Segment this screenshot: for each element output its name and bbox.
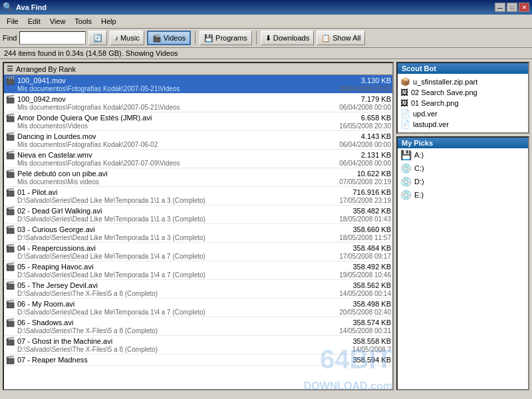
file-item[interactable]: 🎬06 - My Room.avi358.498 KBD:\Salvado\Se… [4,299,392,317]
file-item[interactable]: 🎬Dancing in Lourdes.mov4.143 KBMis docum… [4,131,392,150]
file-size: 358.498 KB [338,300,391,308]
file-name: 100_0942.mov [17,95,336,103]
scout-file-name: u_sfinstaller.zip.part [413,78,477,86]
my-picks-panel: My Picks 💾A:)💿C:)💿D:)💿E:) [396,136,529,390]
file-date: 06/04/2008 00:00 [327,141,391,148]
minimize-button[interactable]: — [495,3,505,12]
file-list-panel: ☰ Arranged By Rank 🎬100_0941.mov3.130 KB… [3,62,394,390]
file-path: Mis documentos\Fotografías Kodak\2007-06… [5,141,158,148]
drive-icon: 💿 [400,190,412,200]
file-item[interactable]: 🎬Nieva en Castelar.wmv2.131 KBMis docume… [4,150,392,168]
file-path: D:\Salvado\Series\Dead Like Me\Temporada… [5,215,205,223]
file-size: 4.143 KB [338,132,391,140]
scout-item[interactable]: 📄upd.ver [400,108,525,119]
file-type-icon: 🎬 [5,169,15,178]
status-text: 244 items found in 0.34s (14,58 GB). Sho… [4,49,178,57]
file-item[interactable]: 🎬01 - Pilot.avi716.916 KBD:\Salvado\Seri… [4,187,392,205]
file-item[interactable]: 🎬05 - The Jersey Devil.avi358.562 KBD:\S… [4,280,392,299]
menu-file[interactable]: File [3,16,23,27]
programs-button[interactable]: 💾 Programs [200,31,252,45]
menu-help[interactable]: Help [97,16,120,27]
app-icon: 🔍 [3,2,13,13]
file-item[interactable]: 🎬07 - Reaper Madness358.594 KB [4,354,392,366]
scout-item[interactable]: 📦u_sfinstaller.zip.part [400,76,525,87]
file-date: 20/05/2008 02:40 [327,309,391,316]
file-item[interactable]: 🎬07 - Ghost in the Machine.avi358.558 KB… [4,336,392,354]
file-name: 03 - Curious George.avi [17,225,336,233]
file-item[interactable]: 🎬05 - Reaping Havoc.avi358.492 KBD:\Salv… [4,261,392,280]
refresh-button[interactable]: 🔄 [88,31,107,45]
downloads-label: Downloads [273,34,309,42]
scout-file-name: 02 Search Save.png [411,88,477,96]
file-path: D:\Salvado\Series\Dead Like Me\Temporada… [5,253,205,260]
file-path: Mis documentos\Mis videos [5,178,99,186]
file-date: 17/05/2008 09:17 [327,253,391,260]
videos-label: Videos [164,34,186,42]
scout-file-name: lastupd.ver [413,120,449,128]
sort-icon: ☰ [7,65,13,73]
file-item[interactable]: 🎬03 - Curious George.avi358.660 KBD:\Sal… [4,224,392,243]
file-path: D:\Salvado\Series\Dead Like Me\Temporada… [5,234,205,241]
drive-item[interactable]: 💿D:) [398,175,528,188]
refresh-icon: 🔄 [93,34,102,43]
scout-file-icon: 📄 [400,120,410,129]
drive-item[interactable]: 💿C:) [398,162,528,175]
file-type-icon: 🎬 [5,188,15,197]
showall-button[interactable]: 📋 Show All [317,31,365,45]
file-path: D:\Salvado\Series\Dead Like Me\Temporada… [5,197,205,204]
videos-button[interactable]: 🎬 Videos [147,31,191,45]
programs-label: Programs [215,34,247,42]
title-bar: 🔍 Ava Find — □ ✕ [0,0,532,15]
my-picks-title: My Picks [398,138,528,148]
file-item[interactable]: 🎬04 - Reapercussions.avi358.484 KBD:\Sal… [4,243,392,261]
file-path: D:\Salvado\Series\The X-Files\5 a 8 (Com… [5,327,158,334]
window-title: Ava Find [16,3,492,11]
file-item[interactable]: 🎬Pelé debutó con un pibe.avi10.622 KBMis… [4,168,392,187]
scout-bot-title: Scout Bot [398,63,528,74]
toolbar-divider-2 [256,31,257,45]
close-button[interactable]: ✕ [519,3,529,12]
maximize-button[interactable]: □ [507,3,517,12]
file-path: Mis documentos\Fotografías Kodak\2007-07… [5,160,180,167]
drive-label: C:) [414,164,424,172]
file-size: 358.492 KB [338,263,391,271]
file-item[interactable]: 🎬100_0942.mov7.179 KBMis documentos\Foto… [4,94,392,112]
file-date: 14/05/2008 00:14 [327,290,391,297]
file-path: Mis documentos\Fotografías Kodak\2007-05… [5,104,180,111]
file-item[interactable]: 🎬02 - Dead Girl Walking.avi358.482 KBD:\… [4,205,392,224]
file-list[interactable]: 🎬100_0941.mov3.130 KBMis documentos\Foto… [4,75,392,389]
music-button[interactable]: ♪ Music [110,31,144,45]
scout-file-icon: 🖼 [400,98,408,108]
file-name: Amor Donde Quiera Que Estés (JMR).avi [17,114,336,122]
file-name: Nieva en Castelar.wmv [17,151,336,159]
file-date: 19/05/2008 10:46 [327,271,391,279]
file-item[interactable]: 🎬06 - Shadows.avi358.574 KBD:\Salvado\Se… [4,317,392,336]
videos-icon: 🎬 [152,34,162,43]
scout-bot-panel: Scout Bot 📦u_sfinstaller.zip.part🖼02 Sea… [396,62,529,134]
file-type-icon: 🎬 [5,113,15,122]
drive-item[interactable]: 💾A:) [398,148,528,162]
menu-tools[interactable]: Tools [70,16,96,27]
drive-item[interactable]: 💿E:) [398,188,528,201]
file-size: 358.482 KB [338,207,391,215]
file-size: 358.562 KB [338,281,391,289]
file-item[interactable]: 🎬100_0941.mov3.130 KBMis documentos\Foto… [4,75,392,94]
file-date: 18/05/2008 11:57 [327,234,391,241]
scout-item[interactable]: 📄lastupd.ver [400,119,525,130]
downloads-button[interactable]: ⬇ Downloads [261,31,314,45]
file-path: D:\Salvado\Series\Dead Like Me\Temporada… [5,271,205,279]
file-name: 05 - Reaping Havoc.avi [17,263,336,271]
file-size: 358.574 KB [338,319,391,327]
file-type-icon: 🎬 [5,76,15,85]
menu-view[interactable]: View [46,16,70,27]
file-name: 04 - Reapercussions.avi [17,244,336,252]
scout-item[interactable]: 🖼01 Search.png [400,98,525,108]
file-path: D:\Salvado\Series\The X-Files\5 a 8 (Com… [5,290,158,297]
file-type-icon: 🎬 [5,225,15,234]
menu-edit[interactable]: Edit [24,16,45,27]
search-input[interactable] [19,31,86,45]
file-item[interactable]: 🎬Amor Donde Quiera Que Estés (JMR).avi6.… [4,112,392,131]
scout-item[interactable]: 🖼02 Search Save.png [400,87,525,98]
drive-icon: 💿 [400,176,412,187]
file-path: Mis documentos\Fotografías Kodak\2007-05… [5,85,180,92]
